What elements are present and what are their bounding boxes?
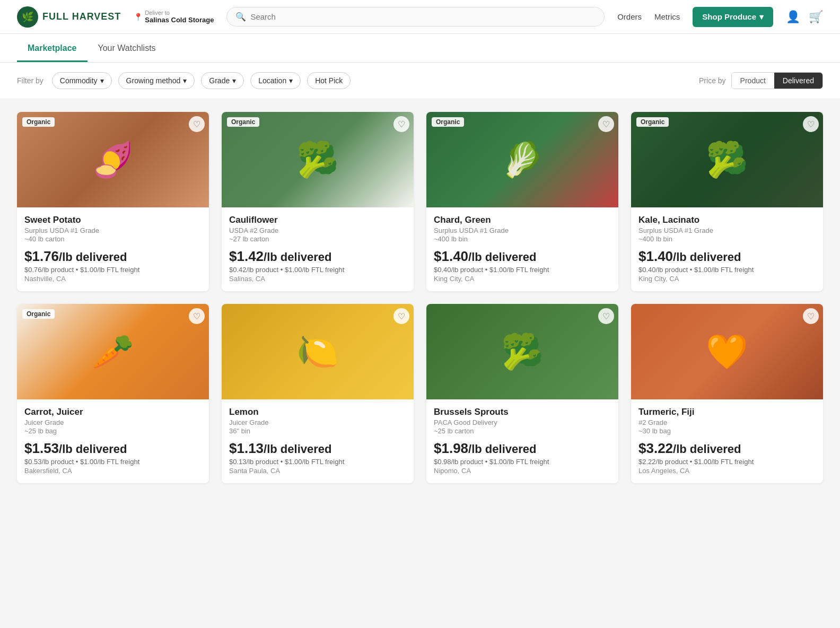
hot-pick-filter[interactable]: Hot Pick [307,72,351,89]
organic-badge: Organic [227,117,259,127]
price-unit: /lb delivered [673,250,741,264]
product-card-lemon[interactable]: 🍋 ♡ Lemon Juicer Grade 36" bin $1.13/lb … [222,304,414,483]
search-bar[interactable]: 🔍 [226,7,605,27]
growing-method-filter[interactable]: Growing method ▾ [118,72,195,89]
chevron-down-icon: ▾ [100,76,104,85]
deliver-label: Deliver to [145,10,214,16]
search-input[interactable] [250,12,596,21]
wishlist-button-cauliflower[interactable]: ♡ [393,116,409,132]
product-image-bg: 🧡 [631,304,823,399]
product-info-lemon: Lemon Juicer Grade 36" bin $1.13/lb deli… [222,399,414,483]
price-number: $1.42 [229,248,264,264]
product-card-kale-lacinato[interactable]: 🥦 Organic ♡ Kale, Lacinato Surplus USDA … [631,112,823,291]
product-price-detail: $0.76/lb product • $1.00/lb FTL freight [24,266,202,274]
price-number: $1.40 [434,248,468,264]
deliver-location: Salinas Cold Storage [145,16,214,24]
search-icon: 🔍 [235,12,246,22]
grade-filter[interactable]: Grade ▾ [201,72,244,89]
delivered-price-button[interactable]: Delivered [774,73,822,89]
chevron-down-icon: ▾ [232,76,236,85]
product-image-chard-green: 🥬 Organic ♡ [426,112,618,207]
product-name: Sweet Potato [24,215,202,225]
product-price: $1.76/lb delivered [24,248,202,265]
price-unit: /lb delivered [468,442,536,456]
tab-watchlists[interactable]: Your Watchlists [88,34,167,62]
logo-text: FULL HARVEST [42,11,121,22]
product-card-chard-green[interactable]: 🥬 Organic ♡ Chard, Green Surplus USDA #1… [426,112,618,291]
price-unit: /lb delivered [468,250,536,264]
product-card-brussels-sprouts[interactable]: 🥦 ♡ Brussels Sprouts PACA Good Delivery … [426,304,618,483]
product-grid: 🍠 Organic ♡ Sweet Potato Surplus USDA #1… [0,99,840,496]
product-grade: Surplus USDA #1 Grade [24,226,202,234]
product-location: Los Angeles, CA [638,467,816,475]
product-location: Nipomo, CA [434,467,611,475]
product-name: Carrot, Juicer [24,407,202,417]
price-number: $1.98 [434,440,468,456]
product-card-carrot-juicer[interactable]: 🥕 Organic ♡ Carrot, Juicer Juicer Grade … [17,304,209,483]
product-price: $1.13/lb delivered [229,440,406,457]
product-grade: Juicer Grade [24,418,202,426]
product-price-detail: $2.22/lb product • $1.00/lb FTL freight [638,458,816,466]
price-unit: /lb delivered [673,442,741,456]
wishlist-button-lemon[interactable]: ♡ [393,308,409,324]
cart-icon[interactable]: 🛒 [809,10,823,24]
product-grade: Juicer Grade [229,418,406,426]
wishlist-button-brussels-sprouts[interactable]: ♡ [598,308,614,324]
commodity-filter[interactable]: Commodity ▾ [52,72,112,89]
product-location: Nashville, CA [24,275,202,283]
organic-badge: Organic [22,309,55,319]
product-size: 36" bin [229,427,406,435]
product-grade: PACA Good Delivery [434,418,611,426]
price-unit: /lb delivered [59,442,127,456]
product-size: ~27 lb carton [229,235,406,243]
user-icon[interactable]: 👤 [786,10,800,24]
product-image-carrot-juicer: 🥕 Organic ♡ [17,304,209,399]
product-price: $1.40/lb delivered [638,248,816,265]
wishlist-button-carrot-juicer[interactable]: ♡ [189,308,205,324]
product-price-detail: $0.53/lb product • $1.00/lb FTL freight [24,458,202,466]
header-icons: 👤 🛒 [786,10,823,24]
tab-marketplace[interactable]: Marketplace [17,34,88,62]
product-grade: Surplus USDA #1 Grade [434,226,611,234]
deliver-to: 📍 Deliver to Salinas Cold Storage [134,10,214,24]
product-price-button[interactable]: Product [732,73,774,89]
product-info-turmeric-fiji: Turmeric, Fiji #2 Grade ~30 lb bag $3.22… [631,399,823,483]
product-price-detail: $0.40/lb product • $1.00/lb FTL freight [638,266,816,274]
nav-links: Orders Metrics Shop Produce ▾ [617,7,773,27]
product-size: ~30 lb bag [638,427,816,435]
product-card-sweet-potato[interactable]: 🍠 Organic ♡ Sweet Potato Surplus USDA #1… [17,112,209,291]
product-image-sweet-potato: 🍠 Organic ♡ [17,112,209,207]
product-size: ~40 lb carton [24,235,202,243]
product-image-brussels-sprouts: 🥦 ♡ [426,304,618,399]
product-location: King City, CA [434,275,611,283]
product-card-turmeric-fiji[interactable]: 🧡 ♡ Turmeric, Fiji #2 Grade ~30 lb bag $… [631,304,823,483]
metrics-link[interactable]: Metrics [654,12,680,21]
product-image-bg: 🥦 [426,304,618,399]
wishlist-button-sweet-potato[interactable]: ♡ [189,116,205,132]
product-info-brussels-sprouts: Brussels Sprouts PACA Good Delivery ~25 … [426,399,618,483]
wishlist-button-chard-green[interactable]: ♡ [598,116,614,132]
logo[interactable]: 🌿 FULL HARVEST [17,6,121,28]
product-info-cauliflower: Cauliflower USDA #2 Grade ~27 lb carton … [222,207,414,291]
wishlist-button-kale-lacinato[interactable]: ♡ [803,116,819,132]
price-number: $1.13 [229,440,264,456]
location-filter[interactable]: Location ▾ [250,72,301,89]
price-by: Price by Product Delivered [699,72,823,89]
product-name: Turmeric, Fiji [638,407,816,417]
product-card-cauliflower[interactable]: 🥦 Organic ♡ Cauliflower USDA #2 Grade ~2… [222,112,414,291]
price-number: $1.76 [24,248,59,264]
product-price-detail: $0.98/lb product • $1.00/lb FTL freight [434,458,611,466]
shop-produce-button[interactable]: Shop Produce ▾ [693,7,773,27]
organic-badge: Organic [22,117,55,127]
price-unit: /lb delivered [264,442,331,456]
orders-link[interactable]: Orders [617,12,642,21]
product-size: ~25 lb carton [434,427,611,435]
wishlist-button-turmeric-fiji[interactable]: ♡ [803,308,819,324]
svg-text:🌿: 🌿 [22,11,34,23]
organic-badge: Organic [432,117,464,127]
product-price: $3.22/lb delivered [638,440,816,457]
logo-icon: 🌿 [17,6,38,28]
product-price-detail: $0.42/lb product • $1.00/lb FTL freight [229,266,406,274]
product-price-detail: $0.13/lb product • $1.00/lb FTL freight [229,458,406,466]
product-info-kale-lacinato: Kale, Lacinato Surplus USDA #1 Grade ~40… [631,207,823,291]
